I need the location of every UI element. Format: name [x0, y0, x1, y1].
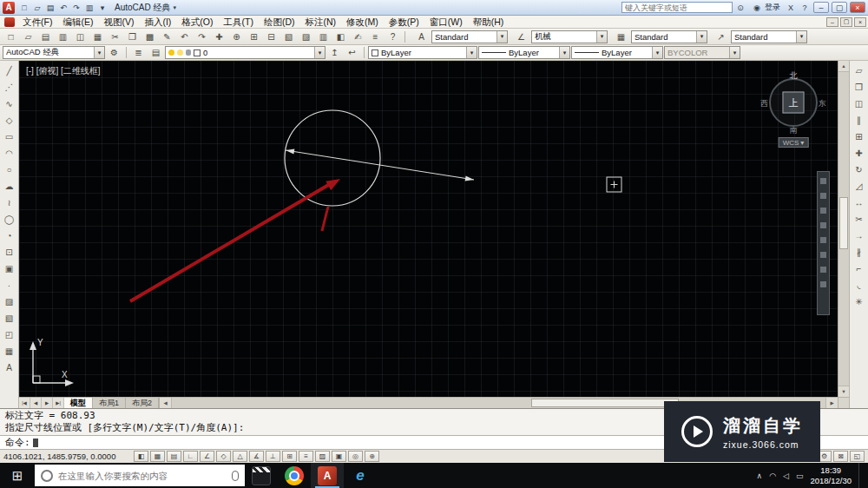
circle-icon[interactable]: ○	[1, 162, 17, 177]
array-icon[interactable]: ⊞	[851, 129, 867, 144]
workspace-settings-icon[interactable]: ⚙	[106, 46, 122, 60]
vertical-scrollbar[interactable]: ▲ ▼	[838, 61, 849, 397]
tab-next-button[interactable]: ▶	[42, 398, 53, 408]
pan-icon[interactable]: ✚	[211, 30, 227, 43]
cut-icon[interactable]: ✂	[107, 30, 123, 43]
rectangle-icon[interactable]: ▭	[1, 129, 17, 144]
zoom-realtime-icon[interactable]: ⊕	[228, 30, 245, 43]
volume-icon[interactable]: ◁	[783, 472, 789, 480]
navbar-icon[interactable]	[820, 208, 826, 214]
scroll-down-button[interactable]: ▼	[838, 386, 849, 397]
redo-icon[interactable]: ↷	[194, 30, 210, 43]
menu-edit[interactable]: 编辑(E)	[57, 16, 98, 28]
tab-prev-button[interactable]: ◀	[30, 398, 42, 408]
redo-icon[interactable]: ↷	[70, 2, 82, 14]
grid-toggle[interactable]: ▤	[167, 451, 181, 462]
polygon-icon[interactable]: ◇	[1, 112, 17, 128]
construction-line-icon[interactable]: ⋰	[1, 79, 17, 95]
menu-tools[interactable]: 工具(T)	[219, 16, 259, 28]
spline-icon[interactable]: ≀	[1, 195, 17, 210]
clean-screen-button[interactable]: ◱	[850, 451, 865, 462]
scale-icon[interactable]: ◿	[851, 178, 867, 194]
tab-first-button[interactable]: |◀	[19, 398, 30, 408]
chamfer-icon[interactable]: ⌐	[851, 260, 867, 276]
menu-format[interactable]: 格式(O)	[176, 16, 218, 28]
scroll-up-button[interactable]: ▲	[838, 61, 849, 72]
close-button[interactable]: ×	[850, 2, 865, 13]
horizontal-scroll-thumb[interactable]	[531, 399, 679, 407]
toolbar-lock-button[interactable]: ⊠	[833, 451, 848, 462]
vertical-scroll-thumb[interactable]	[839, 197, 848, 249]
network-icon[interactable]: ◠	[769, 472, 776, 480]
match-properties-icon[interactable]: ✎	[159, 30, 175, 43]
zoom-previous-icon[interactable]: ⊟	[263, 30, 279, 43]
open-icon[interactable]: ▱	[31, 2, 43, 14]
dim-style-select[interactable]: 机械 ▾	[531, 30, 608, 43]
rotate-icon[interactable]: ↻	[851, 162, 867, 177]
save-icon[interactable]: ▤	[37, 30, 54, 43]
plot-icon[interactable]: ▥	[83, 2, 95, 14]
menu-dimension[interactable]: 标注(N)	[300, 16, 342, 28]
lineweight-toggle[interactable]: ≡	[299, 451, 313, 462]
selection-cycling-toggle[interactable]: ◎	[348, 451, 363, 462]
quickcalc-icon[interactable]: ≡	[367, 30, 384, 43]
explode-icon[interactable]: ✳	[851, 293, 867, 309]
workspace-label[interactable]: AutoCAD 经典 ▾	[115, 2, 176, 14]
quick-properties-toggle[interactable]: ▣	[332, 451, 346, 462]
line-icon[interactable]: ╱	[1, 63, 17, 78]
layer-previous-icon[interactable]: ↩	[344, 46, 360, 60]
help-button[interactable]: ?	[799, 2, 811, 14]
color-select[interactable]: ByLayer ▾	[368, 46, 477, 59]
navbar-icon[interactable]	[820, 237, 826, 243]
fillet-icon[interactable]: ◟	[851, 277, 867, 293]
scroll-left-button[interactable]: ◀	[160, 398, 171, 408]
menu-parametric[interactable]: 参数(P)	[384, 16, 424, 28]
arc-icon[interactable]: ◠	[1, 145, 17, 161]
offset-icon[interactable]: ∥	[851, 112, 867, 128]
insert-block-icon[interactable]: ⊡	[1, 244, 17, 260]
open-icon[interactable]: ▱	[20, 30, 36, 43]
mleader-style-icon[interactable]: ↗	[713, 30, 729, 43]
erase-icon[interactable]: ▱	[851, 63, 867, 78]
workspace-select[interactable]: AutoCAD 经典 ▾	[3, 46, 105, 59]
drawing-minimize-button[interactable]: –	[826, 17, 838, 27]
viewcube-north-label[interactable]: 北	[790, 70, 798, 82]
navigation-bar[interactable]	[817, 171, 830, 315]
multiline-text-icon[interactable]: A	[1, 359, 17, 375]
menu-file[interactable]: 文件(F)	[17, 16, 57, 28]
extend-icon[interactable]: →	[851, 228, 867, 243]
action-center-button[interactable]	[858, 463, 865, 488]
text-style-select[interactable]: Standard ▾	[431, 30, 508, 43]
navbar-icon[interactable]	[820, 267, 826, 273]
undo-icon[interactable]: ↶	[176, 30, 193, 43]
region-icon[interactable]: ◰	[1, 326, 17, 342]
scroll-right-button[interactable]: ▶	[826, 398, 838, 408]
table-style-icon[interactable]: ▦	[613, 30, 629, 43]
menu-view[interactable]: 视图(V)	[98, 16, 139, 28]
viewcube-east-label[interactable]: 东	[819, 98, 826, 109]
trim-icon[interactable]: ✂	[851, 211, 867, 227]
publish-icon[interactable]: ▦	[89, 30, 106, 43]
hatch-icon[interactable]: ▨	[1, 293, 17, 309]
layer-states-icon[interactable]: ▤	[148, 46, 164, 60]
more-commands-icon[interactable]: ▾	[96, 2, 108, 14]
designcenter-icon[interactable]: ▨	[298, 30, 314, 43]
viewcube-top-face[interactable]: 上	[783, 92, 805, 114]
table-icon[interactable]: ▦	[1, 343, 17, 359]
snap-toggle[interactable]: ▦	[150, 451, 165, 462]
annotation-monitor-toggle[interactable]: ⊕	[365, 451, 379, 462]
navbar-icon[interactable]	[820, 178, 826, 184]
properties-icon[interactable]: ▧	[280, 30, 297, 43]
help-icon[interactable]: ?	[385, 30, 401, 43]
markup-set-manager-icon[interactable]: ✍	[350, 30, 366, 43]
vertical-scroll-track[interactable]	[838, 72, 849, 386]
move-icon[interactable]: ✚	[851, 145, 867, 161]
navbar-icon[interactable]	[820, 193, 826, 199]
signin-button[interactable]: ◉ 登录	[748, 2, 783, 14]
polar-tracking-toggle[interactable]: ∠	[200, 451, 214, 462]
polyline-icon[interactable]: ∿	[1, 96, 17, 111]
menu-window[interactable]: 窗口(W)	[424, 16, 468, 28]
maximize-button[interactable]: ▢	[832, 2, 847, 13]
paste-icon[interactable]: ▩	[141, 30, 158, 43]
minimize-button[interactable]: –	[813, 2, 829, 13]
